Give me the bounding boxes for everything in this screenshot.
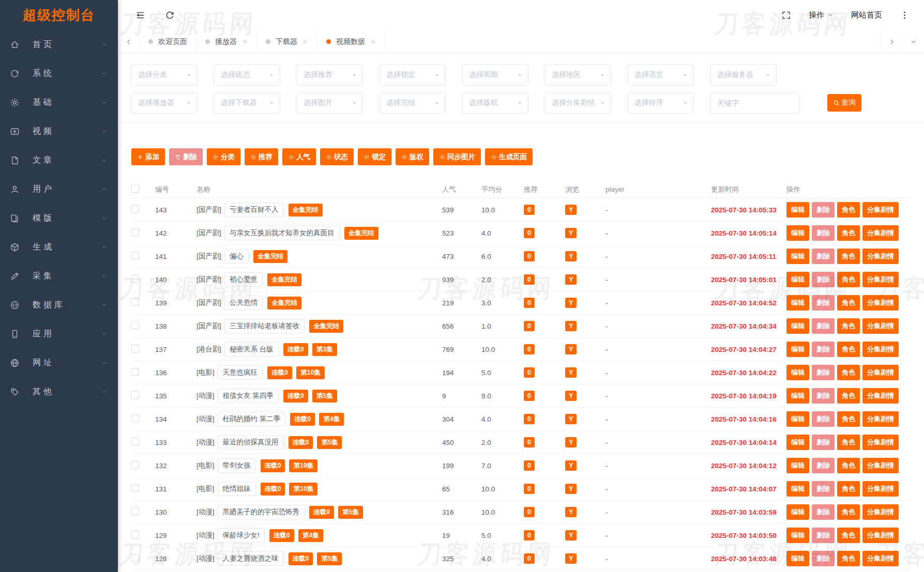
episodes-button[interactable]: 分集剧情: [862, 318, 899, 334]
delete-button[interactable]: 删除: [812, 528, 835, 543]
delete-button[interactable]: 删除: [812, 388, 835, 404]
filter-select[interactable]: 选择分集剧情: [545, 92, 611, 114]
delete-button[interactable]: 删除: [812, 342, 835, 357]
more-vertical-icon[interactable]: [900, 10, 910, 20]
row-checkbox[interactable]: [131, 252, 139, 259]
episodes-button[interactable]: 分集剧情: [862, 481, 899, 497]
search-button[interactable]: 查询: [827, 94, 861, 112]
row-checkbox[interactable]: [131, 205, 139, 213]
delete-button[interactable]: 删除: [812, 551, 835, 566]
delete-button[interactable]: 删除: [812, 272, 835, 287]
role-button[interactable]: 角色: [837, 272, 860, 287]
row-checkbox[interactable]: [131, 554, 139, 562]
fullscreen-icon[interactable]: [781, 10, 791, 20]
bulk-action-button[interactable]: 推荐: [245, 148, 278, 165]
edit-button[interactable]: 编辑: [786, 504, 809, 520]
sidebar-item[interactable]: 首页: [0, 30, 118, 59]
tabs-menu-button[interactable]: [902, 30, 924, 53]
edit-button[interactable]: 编辑: [786, 551, 809, 566]
sidebar-item[interactable]: 视频: [0, 117, 118, 146]
episodes-button[interactable]: 分集剧情: [862, 295, 899, 311]
sidebar-item[interactable]: 文章: [0, 146, 118, 175]
role-button[interactable]: 角色: [837, 202, 860, 218]
role-button[interactable]: 角色: [837, 388, 860, 404]
role-button[interactable]: 角色: [837, 225, 860, 241]
filter-select[interactable]: 选择完结: [380, 92, 446, 114]
role-button[interactable]: 角色: [837, 249, 860, 264]
sidebar-item[interactable]: 应用: [0, 319, 118, 348]
row-checkbox[interactable]: [131, 507, 139, 515]
edit-button[interactable]: 编辑: [786, 481, 809, 497]
role-button[interactable]: 角色: [837, 318, 860, 334]
edit-button[interactable]: 编辑: [786, 225, 809, 241]
close-icon[interactable]: [242, 39, 248, 44]
bulk-action-button[interactable]: 版权: [396, 148, 429, 165]
episodes-button[interactable]: 分集剧情: [862, 551, 899, 566]
sidebar-item[interactable]: 系统: [0, 59, 118, 88]
filter-select[interactable]: 选择图片: [297, 92, 363, 114]
episodes-button[interactable]: 分集剧情: [862, 458, 899, 473]
tab[interactable]: 下载器: [257, 30, 317, 53]
tab[interactable]: 视频数据: [317, 30, 385, 53]
delete-button[interactable]: 删除: [812, 318, 835, 334]
filter-select[interactable]: 选择周期: [462, 64, 528, 86]
sidebar-item[interactable]: 生成: [0, 233, 118, 261]
row-checkbox[interactable]: [131, 438, 139, 445]
filter-select[interactable]: 选择地区: [545, 64, 611, 86]
keyword-input[interactable]: [710, 92, 799, 114]
row-checkbox[interactable]: [131, 461, 139, 469]
sidebar-item[interactable]: 网址: [0, 348, 118, 377]
delete-button[interactable]: 删除: [812, 365, 835, 380]
bulk-action-button[interactable]: 添加: [131, 148, 165, 165]
filter-select[interactable]: 选择状态: [214, 64, 280, 86]
sidebar-item[interactable]: 采集: [0, 261, 118, 290]
site-home-link[interactable]: 网站首页: [851, 10, 882, 20]
edit-button[interactable]: 编辑: [786, 272, 809, 287]
operation-menu[interactable]: 操作: [809, 10, 834, 20]
role-button[interactable]: 角色: [837, 342, 860, 357]
episodes-button[interactable]: 分集剧情: [862, 365, 899, 380]
bulk-action-button[interactable]: 人气: [282, 148, 316, 165]
filter-select[interactable]: 选择锁定: [380, 64, 446, 86]
filter-select[interactable]: 选择推荐: [297, 64, 363, 86]
delete-button[interactable]: 删除: [812, 225, 835, 241]
row-checkbox[interactable]: [131, 345, 139, 352]
tab[interactable]: 播放器: [196, 30, 257, 53]
sidebar-item[interactable]: 模版: [0, 204, 118, 233]
edit-button[interactable]: 编辑: [786, 295, 809, 311]
row-checkbox[interactable]: [131, 298, 139, 306]
bulk-action-button[interactable]: 生成页面: [485, 148, 533, 165]
edit-button[interactable]: 编辑: [786, 411, 809, 427]
delete-button[interactable]: 删除: [812, 481, 835, 497]
delete-button[interactable]: 删除: [812, 295, 835, 311]
bulk-action-button[interactable]: 分类: [207, 148, 240, 165]
edit-button[interactable]: 编辑: [786, 435, 809, 450]
row-checkbox[interactable]: [131, 484, 139, 492]
row-checkbox[interactable]: [131, 228, 139, 236]
bulk-action-button[interactable]: 锁定: [358, 148, 391, 165]
role-button[interactable]: 角色: [837, 365, 860, 380]
filter-select[interactable]: 选择排序: [628, 92, 694, 114]
edit-button[interactable]: 编辑: [786, 388, 809, 404]
tabs-scroll-left-button[interactable]: [118, 30, 140, 53]
sidebar-item[interactable]: 数据库: [0, 290, 118, 319]
menu-fold-icon[interactable]: [135, 10, 145, 20]
episodes-button[interactable]: 分集剧情: [862, 388, 899, 404]
delete-button[interactable]: 删除: [812, 411, 835, 427]
episodes-button[interactable]: 分集剧情: [862, 528, 899, 543]
select-all-checkbox[interactable]: [131, 185, 139, 193]
edit-button[interactable]: 编辑: [786, 342, 809, 357]
tab[interactable]: 欢迎页面: [140, 30, 196, 53]
filter-select[interactable]: 选择分类: [131, 64, 198, 86]
row-checkbox[interactable]: [131, 531, 139, 538]
delete-button[interactable]: 删除: [812, 249, 835, 264]
row-checkbox[interactable]: [131, 368, 139, 376]
tabs-scroll-right-button[interactable]: [881, 30, 902, 53]
episodes-button[interactable]: 分集剧情: [862, 225, 899, 241]
close-icon[interactable]: [370, 39, 376, 44]
row-checkbox[interactable]: [131, 321, 139, 329]
row-checkbox[interactable]: [131, 275, 139, 283]
edit-button[interactable]: 编辑: [786, 365, 809, 380]
bulk-action-button[interactable]: 删除: [169, 148, 203, 165]
role-button[interactable]: 角色: [837, 458, 860, 473]
